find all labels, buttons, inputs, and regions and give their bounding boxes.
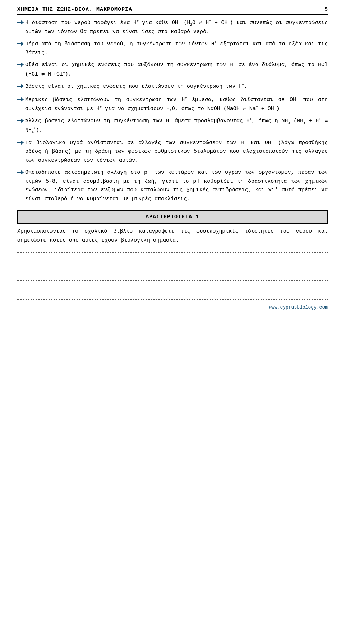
- svg-marker-11: [21, 118, 24, 123]
- activity-title: ΔΡΑΣΤΗΡΙΟΤΗΤΑ 1: [146, 214, 199, 220]
- activity-description: Χρησιμοποιώντας το σχολικό βιβλίο καταγρ…: [17, 228, 328, 243]
- bullet-arrow-2: [17, 40, 25, 50]
- svg-marker-5: [21, 62, 24, 67]
- paragraph-4: Βάσεις είναι οι χημικές ενώσεις που ελατ…: [17, 82, 328, 92]
- paragraph-7: Τα βιολογικά υγρά ανθίστανται σε αλλαγές…: [17, 138, 328, 165]
- paragraph-5: Μερικές βάσεις ελαττώνουν τη συγκέντρωση…: [17, 95, 328, 114]
- paragraph-8-text: Οποιαδήποτε αξιοσημείωτη αλλαγή στο pH τ…: [25, 168, 328, 204]
- footer-link[interactable]: www.cyprusbiology.com: [17, 305, 328, 310]
- svg-marker-9: [21, 97, 24, 102]
- dotted-line-4: [17, 277, 328, 281]
- paragraph-2-text: Πέρα από τη διάσταση του νερού, η συγκέν…: [25, 40, 328, 58]
- page-title: ΧΗΜΕΙΑ ΤΗΣ ΖΩΗΣ-ΒΙΟΛ. ΜΑΚΡΟΜΟΡΙΑ: [17, 6, 132, 13]
- paragraph-6: Άλλες βάσεις ελαττώνουν τη συγκέντρωση τ…: [17, 117, 328, 135]
- dotted-line-2: [17, 258, 328, 262]
- dotted-line-5: [17, 286, 328, 290]
- paragraph-3-text: Οξέα είναι οι χημικές ενώσεις που αυξάνο…: [25, 60, 328, 79]
- page-number: 5: [325, 6, 328, 13]
- website-link[interactable]: www.cyprusbiology.com: [269, 305, 328, 310]
- svg-marker-15: [21, 170, 24, 175]
- paragraph-8: Οποιαδήποτε αξιοσημείωτη αλλαγή στο pH τ…: [17, 168, 328, 204]
- bullet-arrow-6: [17, 117, 25, 127]
- svg-marker-3: [21, 41, 24, 46]
- bullet-arrow-4: [17, 83, 25, 92]
- svg-marker-13: [21, 140, 24, 145]
- dotted-line-6: [17, 295, 328, 300]
- dotted-line-3: [17, 267, 328, 271]
- dotted-lines-section: [17, 248, 328, 300]
- paragraph-1: Η διάσταση του νερού παράγει ένα Η+ για …: [17, 18, 328, 37]
- paragraph-7-text: Τα βιολογικά υγρά ανθίστανται σε αλλαγές…: [25, 138, 328, 165]
- page-header: ΧΗΜΕΙΑ ΤΗΣ ΖΩΗΣ-ΒΙΟΛ. ΜΑΚΡΟΜΟΡΙΑ 5: [17, 6, 328, 15]
- dotted-line-1: [17, 248, 328, 253]
- bullet-arrow-5: [17, 96, 25, 106]
- bullet-arrow-3: [17, 61, 25, 71]
- svg-marker-1: [21, 20, 24, 25]
- paragraph-4-text: Βάσεις είναι οι χημικές ενώσεις που ελατ…: [25, 82, 328, 91]
- paragraph-5-text: Μερικές βάσεις ελαττώνουν τη συγκέντρωση…: [25, 95, 328, 114]
- paragraph-6-text: Άλλες βάσεις ελαττώνουν τη συγκέντρωση τ…: [25, 117, 328, 135]
- bullet-arrow-1: [17, 19, 25, 29]
- activity-text: Χρησιμοποιώντας το σχολικό βιβλίο καταγρ…: [17, 227, 328, 245]
- activity-box: ΔΡΑΣΤΗΡΙΟΤΗΤΑ 1: [17, 210, 328, 224]
- paragraph-1-text: Η διάσταση του νερού παράγει ένα Η+ για …: [25, 18, 328, 37]
- paragraph-3: Οξέα είναι οι χημικές ενώσεις που αυξάνο…: [17, 60, 328, 79]
- bullet-arrow-8: [17, 169, 25, 179]
- paragraph-2: Πέρα από τη διάσταση του νερού, η συγκέν…: [17, 40, 328, 58]
- bullet-arrow-7: [17, 139, 25, 149]
- svg-marker-7: [21, 84, 24, 88]
